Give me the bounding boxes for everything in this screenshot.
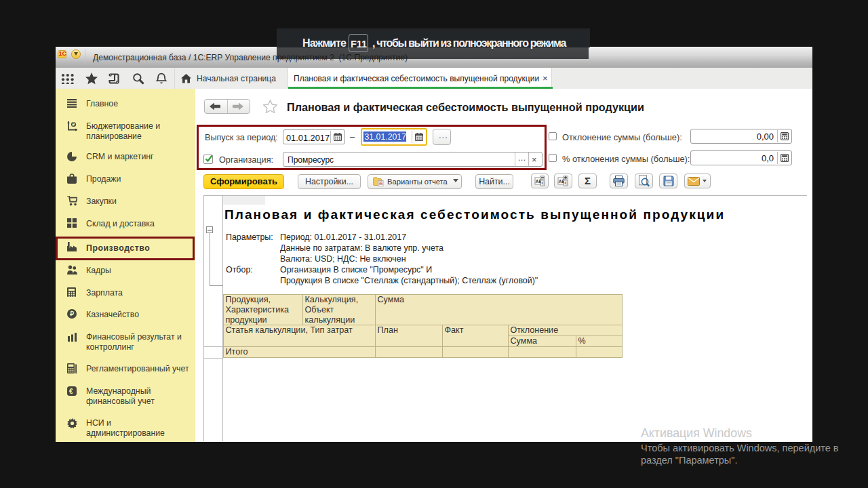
svg-text:₽: ₽ bbox=[70, 310, 74, 317]
svg-text:С: С bbox=[541, 181, 545, 185]
svg-text:€: € bbox=[69, 388, 73, 395]
svg-text:С: С bbox=[564, 181, 568, 185]
